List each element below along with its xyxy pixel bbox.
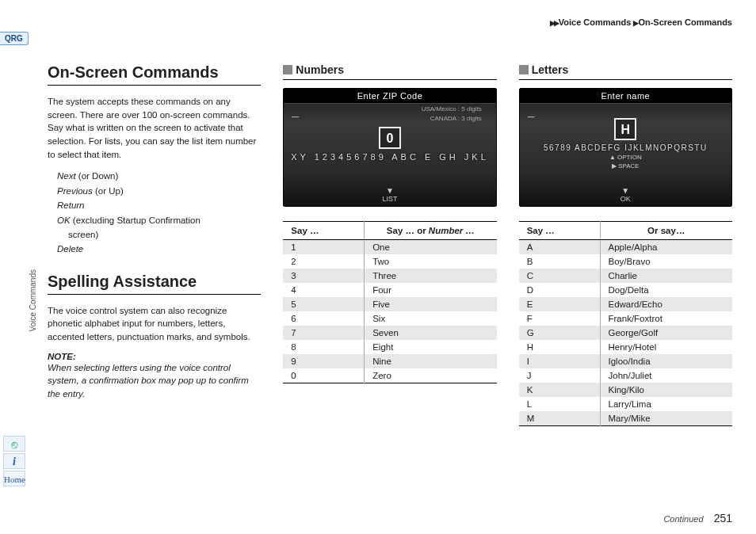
cell-say: F [519,311,600,326]
subheading-numbers: Numbers [283,63,496,80]
cell-say: K [519,383,600,397]
voice-icon[interactable]: ⎋ [3,436,25,452]
cell-alt: Zero [365,368,497,383]
shot-sub2: CANADA : 3 digits [284,113,495,123]
column-letters: Letters Enter name – H 56789 ABCDEFG IJK… [519,63,732,510]
heading-spelling-assistance: Spelling Assistance [48,273,261,295]
th-say: Say … [519,222,600,240]
table-row: JJohn/Juliet [519,368,732,383]
cell-alt: Six [365,311,497,326]
table-row: 5Five [283,297,496,311]
cell-alt: Seven [365,326,497,340]
cell-say: 2 [283,254,364,269]
cell-alt: Edward/Echo [600,297,732,311]
cell-say: M [519,411,600,426]
table-row: EEdward/Echo [519,297,732,311]
cell-alt: Four [365,283,497,297]
cmd-ok: OK [57,216,71,225]
cell-alt: Charlie [600,269,732,283]
table-row: 3Three [283,269,496,283]
table-row: MMary/Mike [519,411,732,426]
table-row: CCharlie [519,269,732,283]
table-row: 1One [283,240,496,255]
home-icon[interactable]: Home [3,471,25,486]
cell-say: 1 [283,240,364,255]
table-row: 9Nine [283,354,496,368]
cell-say: 3 [283,269,364,283]
cmd-return: Return [57,200,85,210]
cell-alt: Nine [365,354,497,368]
column-overview: On-Screen Commands The system accepts th… [48,63,261,510]
note-body: When selecting letters using the voice c… [48,361,261,401]
column-numbers: Numbers Enter ZIP Code USA/Mexico : 5 di… [283,63,496,510]
cmd-ok-alt2: screen) [68,230,98,239]
cell-alt: King/Kilo [600,383,732,397]
cell-alt: Larry/Lima [600,397,732,411]
cell-alt: George/Golf [600,326,732,340]
cell-alt: Frank/Foxtrot [600,311,732,326]
cell-alt: Eight [365,340,497,354]
heading-on-screen-commands: On-Screen Commands [48,63,261,86]
cell-alt: Apple/Alpha [600,240,732,255]
table-row: 7Seven [283,326,496,340]
down-arrow-icon: ▼ [621,186,629,195]
shot-title: Enter name [520,89,731,104]
subheading-numbers-text: Numbers [296,63,344,76]
cell-alt: Two [365,254,497,269]
shot-focus: 0 [379,127,401,149]
table-row: KKing/Kilo [519,383,732,397]
cmd-next: Next [57,171,76,181]
shot-sub1: USA/Mexico : 5 digits [284,104,495,113]
shot-space: ▶ SPACE [520,162,731,170]
table-row: BBoy/Bravo [519,254,732,269]
cmd-ok-alt: (excluding Startup Confirmation [71,216,200,225]
square-icon [283,65,292,74]
table-row: IIgloo/India [519,354,732,368]
breadcrumb-a[interactable]: Voice Commands [559,17,632,27]
shot-bottom: ▼OK [520,186,731,203]
cmd-delete: Delete [57,244,83,254]
subheading-letters-text: Letters [532,63,569,76]
table-row: HHenry/Hotel [519,340,732,354]
table-row: 0Zero [283,368,496,383]
screenshot-zip: Enter ZIP Code USA/Mexico : 5 digits CAN… [283,88,496,207]
qrg-tab[interactable]: QRG [0,32,29,45]
th-say-or-number: Say … or Number … [365,222,497,240]
shot-bottom-label: LIST [382,195,397,203]
table-row: GGeorge/Golf [519,326,732,340]
table-row: 6Six [283,311,496,326]
shot-ribbon: XY 123456789 ABC E GH JKL [284,152,495,162]
cell-say: J [519,368,600,383]
cell-say: 9 [283,354,364,368]
square-icon [519,65,529,74]
cell-say: I [519,354,600,368]
cell-alt: Henry/Hotel [600,340,732,354]
cell-say: 6 [283,311,364,326]
shot-bottom-label: OK [620,195,631,203]
spelling-paragraph: The voice control system can also recogn… [48,304,261,344]
cell-alt: Boy/Bravo [600,254,732,269]
numbers-table: Say … Say … or Number … 1One2Two3Three4F… [283,221,496,383]
cmd-next-alt: (or Down) [76,171,119,181]
dash-icon: – [292,109,299,124]
table-row: 2Two [283,254,496,269]
breadcrumb-b[interactable]: On-Screen Commands [638,17,732,27]
shot-title: Enter ZIP Code [284,89,495,104]
cell-say: H [519,340,600,354]
table-row: AApple/Alpha [519,240,732,255]
th-or-say: Or say… [600,222,732,240]
cell-alt: Five [365,297,497,311]
cell-alt: Three [365,269,497,283]
cell-say: E [519,297,600,311]
cell-say: D [519,283,600,297]
subheading-letters: Letters [519,63,732,80]
letters-table: Say … Or say… AApple/AlphaBBoy/BravoCCha… [519,221,732,426]
dash-icon: – [528,109,535,124]
cell-alt: John/Juliet [600,368,732,383]
info-icon[interactable]: i [3,453,25,469]
cell-say: G [519,326,600,340]
note-heading: NOTE: [48,352,261,361]
cell-say: A [519,240,600,255]
cell-say: B [519,254,600,269]
chevron-icon: ▶▶ [550,19,558,27]
